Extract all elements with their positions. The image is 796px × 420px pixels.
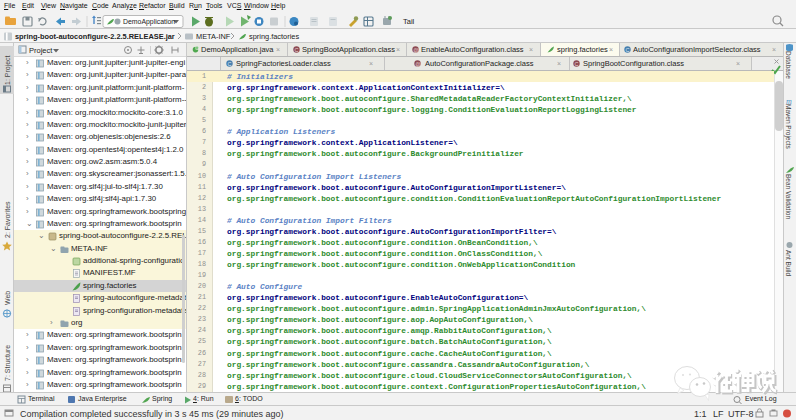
svg-text:C: C xyxy=(295,47,299,53)
svg-text:C: C xyxy=(626,47,630,53)
svg-text:DemoApplication: DemoApplication xyxy=(123,18,175,26)
svg-text:C: C xyxy=(575,61,579,67)
svg-text:@: @ xyxy=(413,47,419,53)
svg-text:C: C xyxy=(228,61,232,67)
svg-text:@: @ xyxy=(415,61,421,67)
